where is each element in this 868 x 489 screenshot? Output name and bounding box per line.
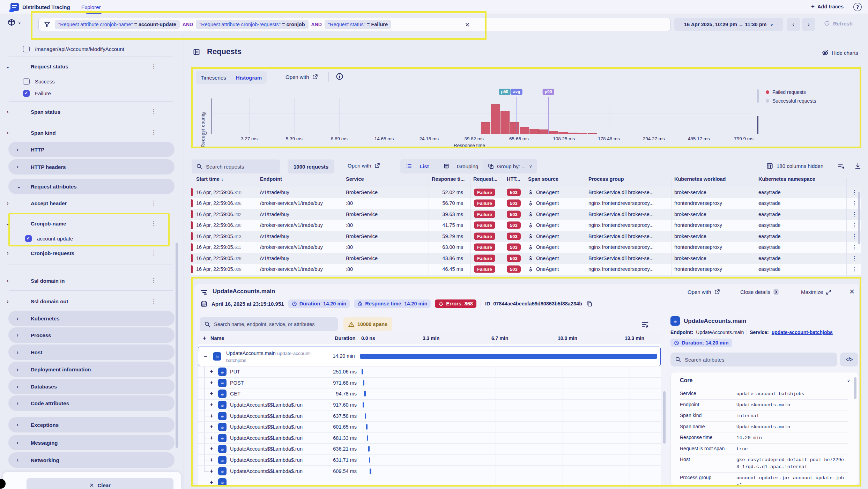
expand-icon[interactable]: +	[209, 424, 214, 430]
span-row[interactable]: + ☕ UpdateAccounts$$Lambda$.run 636.21 m…	[198, 443, 661, 454]
attribute-row[interactable]: Service update-account-batchjobs	[680, 388, 848, 400]
col-start-time[interactable]: Start time ↓	[196, 176, 223, 182]
col-process-group[interactable]: Process group	[588, 176, 624, 182]
facet-ssl-domain-in[interactable]: › Ssl domain in ⋮	[0, 275, 175, 286]
facet-group-networking[interactable]: › Networking	[8, 452, 175, 468]
span-search-input[interactable]: Search name, endpoint, service, or attri…	[200, 317, 338, 331]
filter-chip[interactable]: "Request attribute cronjob-name"=account…	[55, 20, 180, 29]
facet-cronjob-name[interactable]: ⌄ Cronjob-name ⋮	[0, 218, 175, 229]
kebab-menu-icon[interactable]: ⋮	[151, 111, 154, 113]
maximize-button[interactable]: Maximize	[801, 289, 831, 295]
expand-icon[interactable]: +	[209, 435, 214, 441]
facet-request-status[interactable]: ⌄ Request status ⋮	[0, 61, 175, 72]
table-open-with-button[interactable]: Open with	[348, 163, 380, 169]
kebab-menu-icon[interactable]: ⋮	[151, 252, 154, 254]
col-service[interactable]: Service	[346, 176, 364, 182]
attribute-row[interactable]: Host gke-easytradeprod-default-pool-5e72…	[680, 454, 848, 472]
span-row-partial[interactable]: + ☕	[198, 477, 661, 486]
table-row[interactable]: 16 Apr, 22:59:05.029 /v1/trade/buy Broke…	[191, 253, 861, 264]
columns-hidden-button[interactable]: 180 columns hidden	[766, 163, 823, 169]
span-filter-icon[interactable]	[641, 321, 649, 328]
facet-group-databases[interactable]: › Databases	[8, 379, 175, 394]
span-row[interactable]: + ☕ POST 971.68 ms	[198, 377, 661, 388]
span-row-root-selected[interactable]: − ☕ UpdateAccounts.main update-account-b…	[198, 347, 661, 366]
row-kebab-icon[interactable]: ⋮	[852, 224, 857, 226]
clear-filter-icon[interactable]: ✕	[465, 21, 470, 29]
filter-chip[interactable]: "Request attribute cronjob-requests"=cro…	[196, 20, 308, 29]
refresh-button[interactable]: Refresh	[824, 20, 853, 27]
search-attributes-input[interactable]: Search attributes	[670, 353, 837, 366]
copy-icon[interactable]	[586, 301, 592, 307]
histogram-plot[interactable]: p50avgp90	[212, 98, 752, 134]
row-kebab-icon[interactable]: ⋮	[852, 246, 857, 248]
col-span-source[interactable]: Span source	[528, 176, 558, 182]
view-list-button[interactable]: List	[401, 158, 439, 175]
tab-timeseries[interactable]: Timeseries	[196, 72, 231, 83]
legend-item-successful[interactable]: Successful requests	[766, 98, 816, 104]
attribute-row[interactable]: Endpoint UpdateAccounts.main	[680, 400, 848, 411]
code-view-button[interactable]: </>	[840, 353, 858, 366]
kebab-menu-icon[interactable]: ⋮	[151, 132, 154, 134]
waterfall-scrollbar[interactable]	[663, 391, 666, 444]
kebab-menu-icon[interactable]: ⋮	[151, 222, 154, 224]
span-row[interactable]: + ☕ UpdateAccounts$$Lambda$.run 631.71 m…	[198, 454, 661, 466]
expand-icon[interactable]: +	[209, 468, 214, 474]
table-row[interactable]: 16 Apr, 22:59:05.028 /broker-service/v1/…	[191, 264, 861, 275]
chart-open-with-button[interactable]: Open with	[285, 74, 318, 80]
row-kebab-icon[interactable]: ⋮	[852, 257, 857, 259]
view-grouping-button[interactable]: Grouping	[439, 158, 488, 175]
checkbox-checked[interactable]	[25, 235, 32, 242]
expand-icon[interactable]: +	[209, 369, 214, 375]
expand-icon[interactable]: +	[209, 380, 214, 386]
facet-group-host[interactable]: › Host	[8, 344, 175, 360]
time-next-button[interactable]: ›	[802, 18, 815, 31]
col-request-status[interactable]: Request...	[473, 176, 497, 182]
collapse-panel-icon[interactable]	[193, 49, 200, 55]
facet-option-failure[interactable]: Failure	[0, 88, 175, 98]
table-row[interactable]: 16 Apr, 22:59:06.232 /v1/trade/buy Broke…	[191, 209, 861, 220]
filter-query-input[interactable]: "Request attribute cronjob-name"=account…	[38, 18, 671, 31]
scope-selector[interactable]: ∨	[8, 18, 21, 26]
legend-scrollbar[interactable]	[757, 89, 759, 103]
col-endpoint[interactable]: Endpoint	[260, 176, 282, 182]
wf-col-duration[interactable]: Duration	[335, 335, 356, 341]
chevron-down-icon[interactable]: ∨	[847, 378, 850, 383]
facet-group-messaging[interactable]: › Messaging	[8, 435, 175, 450]
facet-group-code-attributes[interactable]: › Code attributes	[8, 395, 175, 411]
help-icon[interactable]: ?	[853, 3, 862, 11]
details-open-with-button[interactable]: Open with	[688, 289, 720, 295]
facet-group-process[interactable]: › Process	[8, 327, 175, 343]
checkbox[interactable]	[23, 78, 30, 85]
col-kubernetes-namespace[interactable]: Kubernetes namespace	[758, 176, 815, 182]
table-scrollbar[interactable]	[858, 192, 860, 244]
facet-group-deployment-information[interactable]: › Deployment information	[8, 362, 175, 377]
section-core[interactable]: Core	[680, 377, 692, 384]
clear-filters-button[interactable]: ✕ Clear	[27, 478, 173, 489]
attribute-row[interactable]: Request is root span true	[680, 444, 848, 455]
row-kebab-icon[interactable]: ⋮	[852, 268, 857, 270]
span-row[interactable]: + ☕ UpdateAccounts$$Lambda$.run 601.65 m…	[198, 421, 661, 432]
kebab-menu-icon[interactable]: ⋮	[151, 65, 154, 67]
facet-span-status[interactable]: › Span status ⋮	[0, 106, 175, 117]
col-response-time[interactable]: Response ti...	[432, 176, 465, 182]
row-kebab-icon[interactable]: ⋮	[852, 202, 857, 204]
hide-charts-button[interactable]: Hide charts	[822, 50, 858, 56]
facet-cronjob-requests[interactable]: › Cronjob-requests ⋮	[0, 247, 175, 259]
span-row[interactable]: + ☕ GET 94.78 ms	[198, 388, 661, 399]
table-row[interactable]: 16 Apr, 22:59:05.613 /v1/trade/buy Broke…	[191, 231, 861, 242]
expand-icon[interactable]: +	[209, 413, 214, 419]
facet-span-kind[interactable]: › Span kind ⋮	[0, 127, 175, 138]
table-row[interactable]: 16 Apr, 22:59:05.611 /broker-service/v1/…	[191, 242, 861, 253]
facet-option-account-update[interactable]: account-update	[0, 233, 175, 244]
span-row[interactable]: + ☕ UpdateAccounts$$Lambda$.run 637.58 m…	[198, 410, 661, 421]
span-row[interactable]: + ☕ UpdateAccounts$$Lambda$.run 917.60 m…	[198, 399, 661, 410]
service-link[interactable]: update-account-batchjobs	[772, 329, 833, 335]
time-prev-button[interactable]: ‹	[787, 18, 800, 31]
search-requests-input[interactable]: Search requests	[192, 160, 280, 173]
facet-option-success[interactable]: Success	[0, 76, 175, 87]
row-kebab-icon[interactable]: ⋮	[852, 235, 857, 237]
span-row[interactable]: + ☕ UpdateAccounts$$Lambda$.run 681.33 m…	[198, 432, 661, 444]
attribute-row[interactable]: Span kind internal	[680, 410, 848, 422]
facet-accept-header[interactable]: › Accept header ⋮	[0, 198, 175, 209]
table-row[interactable]: 16 Apr, 22:59:06.230 /broker-service/v1/…	[191, 220, 861, 231]
